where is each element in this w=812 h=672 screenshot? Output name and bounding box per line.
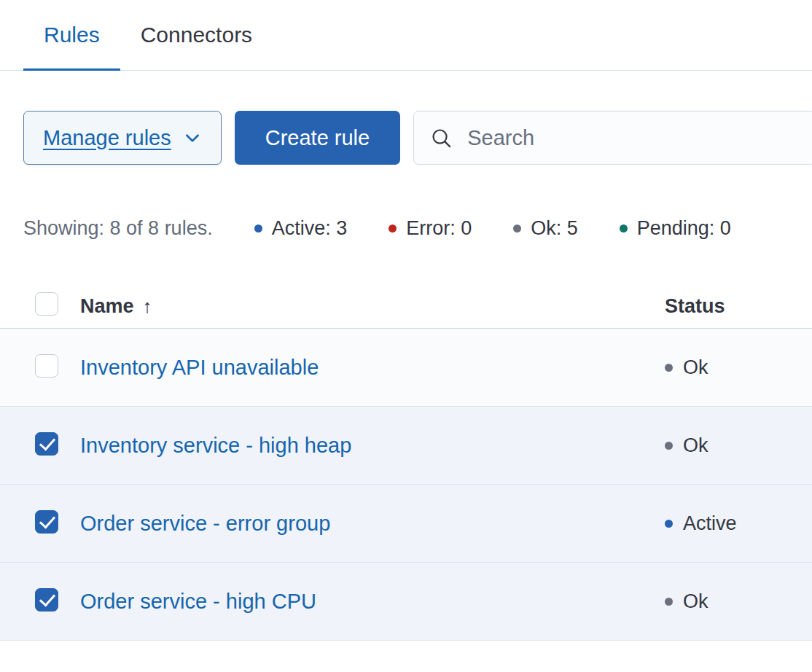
count-active: Active: 3: [254, 217, 348, 240]
count-label: Active: 3: [272, 217, 348, 240]
showing-text: Showing: 8 of 8 rules.: [23, 217, 213, 240]
count-dot-icon: [620, 224, 628, 233]
rule-status-cell: Ok: [665, 590, 812, 613]
name-header-cell: Name ↑: [80, 295, 665, 318]
rule-name-link[interactable]: Inventory API unavailable: [80, 356, 319, 380]
count-ok: Ok: 5: [513, 217, 578, 240]
status-label: Ok: [683, 356, 708, 379]
status-label: Ok: [683, 590, 708, 613]
tab-connectors-label: Connectors: [141, 23, 252, 47]
rule-status-cell: Active: [665, 512, 812, 535]
row-checkbox-cell: [35, 510, 80, 536]
table-row[interactable]: Inventory API unavailable Ok: [0, 329, 812, 407]
rules-toolbar: Manage rules Create rule: [23, 111, 812, 165]
row-checkbox[interactable]: [35, 432, 58, 456]
status-header-cell: Status: [665, 295, 812, 318]
name-column-header[interactable]: Name: [80, 295, 134, 318]
table-row[interactable]: Inventory service - high heap Ok: [0, 407, 812, 485]
status-column-header: Status: [665, 295, 725, 317]
table-row[interactable]: Order service - high CPU Ok: [0, 563, 812, 641]
search-input[interactable]: [467, 126, 798, 150]
status-label: Ok: [683, 434, 708, 457]
rule-name-cell: Order service - error group: [80, 512, 665, 536]
rule-status-cell: Ok: [665, 356, 812, 379]
rules-table-body: Inventory API unavailable Ok Inventory s…: [0, 329, 812, 641]
status-dot-icon: [665, 442, 673, 450]
tab-rules-label: Rules: [44, 23, 100, 47]
rules-page: Rules Connectors Manage rules Create rul…: [0, 0, 812, 641]
status-label: Active: [683, 512, 737, 535]
manage-rules-button[interactable]: Manage rules: [23, 111, 222, 165]
chevron-down-icon: [183, 128, 202, 147]
select-all-cell: [35, 292, 80, 321]
rules-table: Name ↑ Status Inventory API unavailable …: [0, 285, 812, 641]
row-checkbox-cell: [35, 432, 80, 458]
status-dot-icon: [665, 364, 673, 372]
rule-name-cell: Inventory API unavailable: [80, 356, 665, 380]
row-checkbox[interactable]: [35, 588, 58, 612]
search-icon: [430, 127, 453, 149]
row-checkbox-cell: [35, 354, 80, 380]
row-checkbox[interactable]: [35, 354, 58, 378]
select-all-checkbox[interactable]: [35, 292, 58, 316]
status-dot-icon: [665, 598, 673, 606]
count-dot-icon: [513, 224, 521, 233]
rules-summary: Showing: 8 of 8 rules. Active: 3 Error: …: [23, 217, 812, 240]
create-rule-button[interactable]: Create rule: [235, 111, 400, 165]
sort-ascending-icon: ↑: [143, 295, 152, 318]
count-label: Error: 0: [406, 217, 472, 240]
row-checkbox-cell: [35, 588, 80, 614]
table-row[interactable]: Order service - error group Active: [0, 485, 812, 563]
count-dot-icon: [254, 224, 262, 233]
tab-connectors[interactable]: Connectors: [120, 0, 273, 70]
rule-name-cell: Inventory service - high heap: [80, 434, 665, 458]
tab-bar: Rules Connectors: [0, 0, 812, 71]
status-dot-icon: [665, 520, 673, 528]
manage-rules-label: Manage rules: [43, 126, 171, 150]
rule-name-link[interactable]: Order service - high CPU: [80, 590, 316, 614]
table-header: Name ↑ Status: [0, 285, 812, 329]
rule-name-link[interactable]: Inventory service - high heap: [80, 434, 351, 458]
rule-name-link[interactable]: Order service - error group: [80, 512, 330, 536]
count-label: Ok: 5: [531, 217, 578, 240]
search-box: [413, 111, 812, 165]
count-error: Error: 0: [389, 217, 472, 240]
count-label: Pending: 0: [637, 217, 731, 240]
row-checkbox[interactable]: [35, 510, 58, 534]
rule-status-cell: Ok: [665, 434, 812, 457]
count-pending: Pending: 0: [620, 217, 731, 240]
count-dot-icon: [389, 224, 397, 233]
tab-rules[interactable]: Rules: [23, 0, 120, 70]
rule-name-cell: Order service - high CPU: [80, 590, 665, 614]
